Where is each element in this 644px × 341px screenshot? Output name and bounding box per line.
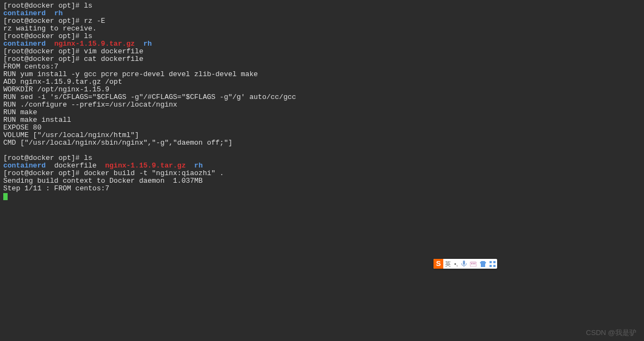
build-output: Sending build context to Docker daemon 1… [3,177,641,185]
toolbox-icon[interactable] [488,261,497,267]
terminal-line: rz waiting to receive. [3,25,641,33]
archive-file: nginx-1.15.9.tar.gz [54,40,135,48]
dockerfile-line: ADD nginx-1.15.9.tar.gz /opt [3,78,641,86]
svg-rect-3 [474,263,475,264]
terminal-line: [root@docker opt]# rz -E [3,17,641,25]
file: dockerfile [54,162,97,170]
cursor-line[interactable] [3,193,641,200]
dockerfile-line: RUN yum install -y gcc pcre pcre-devel d… [3,71,641,78]
dockerfile-line: WORKDIR /opt/nginx-1.15.9 [3,86,641,94]
dockerfile-line: VOLUME ["/usr/local/nginx/html"] [3,132,641,139]
archive-file: nginx-1.15.9.tar.gz [105,162,185,170]
directory: rh [143,40,152,48]
dockerfile-line: RUN ./configure --prefix=/usr/locat/ngin… [3,101,641,109]
directory: containerd [3,9,46,17]
terminal-line: containerd dockerfile nginx-1.15.9.tar.g… [3,162,641,170]
microphone-icon[interactable] [460,261,468,267]
terminal-line: [root@docker opt]# ls [3,154,641,162]
dockerfile-line: RUN make install [3,116,641,124]
svg-rect-4 [490,261,492,263]
skin-icon[interactable] [478,261,488,267]
build-output: Step 1/11 : FROM centos:7 [3,185,641,193]
dockerfile-line: FROM centos:7 [3,63,641,71]
terminal-line: [root@docker opt]# ls [3,33,641,40]
svg-rect-2 [473,263,474,264]
ime-language-toggle[interactable]: 英 [443,260,453,268]
directory: rh [194,162,203,170]
terminal-line: [root@docker opt]# ls [3,2,641,10]
dockerfile-line: EXPOSE 80 [3,124,641,132]
terminal-line: containerd rh [3,10,641,17]
cursor-icon [3,193,8,200]
terminal-line: [root@docker opt]# vim dockerfile [3,48,641,55]
terminal-line: [root@docker opt]# docker build -t "ngin… [3,170,641,177]
svg-rect-6 [490,265,492,267]
blank-line [3,147,641,154]
terminal-line: [root@docker opt]# cat dockerfile [3,55,641,63]
keyboard-icon[interactable] [468,261,478,266]
svg-rect-5 [493,261,496,263]
dockerfile-line: RUN sed -i 's/CFLAGS="$CFLAGS -g"/#CFLAG… [3,94,641,101]
ime-logo-icon[interactable]: S [434,259,443,269]
watermark: CSDN @我是驴 [586,329,636,337]
ime-punctuation-toggle[interactable]: •, [453,260,460,268]
terminal-line: containerd nginx-1.15.9.tar.gz rh [3,40,641,48]
dockerfile-line: RUN make [3,109,641,116]
directory: containerd [3,40,46,48]
dockerfile-line: CMD ["/usr/local/nginx/sbin/nginx","-g",… [3,139,641,147]
svg-rect-1 [471,263,472,264]
directory: rh [54,9,63,17]
ime-toolbar[interactable]: S 英 •, [434,259,497,269]
svg-rect-7 [493,265,496,267]
directory: containerd [3,162,46,170]
